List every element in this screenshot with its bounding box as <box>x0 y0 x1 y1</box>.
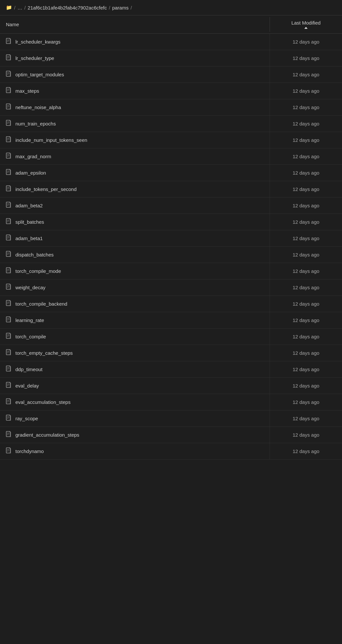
file-doc-icon <box>6 54 11 62</box>
breadcrumb-hash[interactable]: 21af6c1b1afe4b2fab4c7902ac6cfefc <box>28 5 107 10</box>
file-name-cell: neftune_noise_alpha <box>0 99 270 115</box>
file-name-label: gradient_accumulation_steps <box>15 432 79 438</box>
table-row[interactable]: include_tokens_per_second12 days ago <box>0 181 342 198</box>
file-modified-cell: 12 days ago <box>270 51 342 65</box>
file-name-cell: ray_scope <box>0 410 270 426</box>
table-row[interactable]: weight_decay12 days ago <box>0 279 342 296</box>
file-doc-icon <box>6 251 11 258</box>
file-doc-icon <box>6 235 11 242</box>
file-name-label: ddp_timeout <box>15 367 43 372</box>
table-row[interactable]: dispatch_batches12 days ago <box>0 247 342 263</box>
file-name-cell: torchdynamo <box>0 443 270 459</box>
breadcrumb-separator: / <box>14 5 15 10</box>
file-name-cell: learning_rate <box>0 312 270 328</box>
breadcrumb: 📁 / … / 21af6c1b1afe4b2fab4c7902ac6cfefc… <box>0 0 342 15</box>
table-row[interactable]: adam_epsilon12 days ago <box>0 165 342 181</box>
breadcrumb-separator: / <box>130 5 132 10</box>
file-name-cell: dispatch_batches <box>0 247 270 263</box>
file-doc-icon <box>6 333 11 340</box>
table-row[interactable]: max_grad_norm12 days ago <box>0 148 342 165</box>
file-doc-icon <box>6 38 11 46</box>
table-row[interactable]: num_train_epochs12 days ago <box>0 116 342 132</box>
column-header-name[interactable]: Name <box>0 17 270 32</box>
file-doc-icon <box>6 316 11 324</box>
table-row[interactable]: lr_scheduler_kwargs12 days ago <box>0 34 342 50</box>
file-name-cell: lr_scheduler_type <box>0 50 270 66</box>
file-name-label: eval_delay <box>15 383 39 388</box>
folder-icon: 📁 <box>6 5 12 10</box>
file-doc-icon <box>6 349 11 357</box>
file-name-cell: torch_compile_backend <box>0 296 270 312</box>
file-doc-icon <box>6 71 11 78</box>
file-modified-cell: 12 days ago <box>270 84 342 98</box>
file-doc-icon <box>6 300 11 308</box>
file-doc-icon <box>6 218 11 226</box>
table-row[interactable]: torch_empty_cache_steps12 days ago <box>0 345 342 361</box>
file-name-label: lr_scheduler_kwargs <box>15 39 61 45</box>
table-row[interactable]: torchdynamo12 days ago <box>0 443 342 460</box>
file-name-cell: eval_delay <box>0 378 270 394</box>
file-modified-cell: 12 days ago <box>270 166 342 180</box>
table-row[interactable]: ray_scope12 days ago <box>0 410 342 427</box>
file-name-label: learning_rate <box>15 317 44 323</box>
file-doc-icon <box>6 153 11 160</box>
file-name-cell: torch_compile_mode <box>0 263 270 279</box>
table-row[interactable]: adam_beta112 days ago <box>0 230 342 247</box>
file-name-label: include_tokens_per_second <box>15 186 77 192</box>
table-row[interactable]: gradient_accumulation_steps12 days ago <box>0 427 342 443</box>
table-header: Name Last Modified <box>0 15 342 34</box>
file-modified-cell: 12 days ago <box>270 215 342 229</box>
table-row[interactable]: torch_compile12 days ago <box>0 329 342 345</box>
table-row[interactable]: torch_compile_mode12 days ago <box>0 263 342 279</box>
file-name-cell: gradient_accumulation_steps <box>0 427 270 443</box>
table-row[interactable]: optim_target_modules12 days ago <box>0 66 342 83</box>
table-row[interactable]: lr_scheduler_type12 days ago <box>0 50 342 66</box>
file-modified-cell: 12 days ago <box>270 100 342 114</box>
file-modified-cell: 12 days ago <box>270 35 342 49</box>
table-row[interactable]: ddp_timeout12 days ago <box>0 361 342 378</box>
file-modified-cell: 12 days ago <box>270 395 342 409</box>
file-modified-cell: 12 days ago <box>270 379 342 393</box>
file-doc-icon <box>6 382 11 389</box>
file-name-label: adam_beta2 <box>15 203 43 208</box>
table-row[interactable]: eval_accumulation_steps12 days ago <box>0 394 342 410</box>
breadcrumb-params[interactable]: params <box>112 5 128 10</box>
table-row[interactable]: include_num_input_tokens_seen12 days ago <box>0 132 342 148</box>
file-modified-cell: 12 days ago <box>270 199 342 213</box>
file-doc-icon <box>6 104 11 111</box>
file-modified-cell: 12 days ago <box>270 67 342 82</box>
file-name-cell: torch_compile <box>0 329 270 345</box>
table-row[interactable]: adam_beta212 days ago <box>0 198 342 214</box>
file-name-cell: max_steps <box>0 83 270 99</box>
file-doc-icon <box>6 431 11 439</box>
file-name-label: adam_beta1 <box>15 236 43 241</box>
file-modified-cell: 12 days ago <box>270 330 342 344</box>
file-doc-icon <box>6 398 11 406</box>
table-row[interactable]: torch_compile_backend12 days ago <box>0 296 342 312</box>
breadcrumb-ellipsis[interactable]: … <box>17 5 22 10</box>
file-name-cell: include_tokens_per_second <box>0 181 270 197</box>
file-doc-icon <box>6 267 11 275</box>
file-modified-cell: 12 days ago <box>270 264 342 278</box>
file-name-cell: lr_scheduler_kwargs <box>0 34 270 50</box>
file-name-cell: num_train_epochs <box>0 116 270 132</box>
file-name-cell: split_batches <box>0 214 270 230</box>
file-name-label: optim_target_modules <box>15 72 64 77</box>
file-modified-cell: 12 days ago <box>270 428 342 442</box>
file-name-label: lr_scheduler_type <box>15 55 54 61</box>
file-doc-icon <box>6 185 11 193</box>
file-name-label: adam_epsilon <box>15 170 46 176</box>
table-row[interactable]: neftune_noise_alpha12 days ago <box>0 99 342 116</box>
file-name-label: num_train_epochs <box>15 121 56 126</box>
file-doc-icon <box>6 87 11 95</box>
file-doc-icon <box>6 366 11 373</box>
file-modified-cell: 12 days ago <box>270 149 342 163</box>
file-modified-cell: 12 days ago <box>270 346 342 360</box>
file-modified-cell: 12 days ago <box>270 444 342 458</box>
sort-asc-icon <box>304 27 308 29</box>
table-row[interactable]: split_batches12 days ago <box>0 214 342 230</box>
table-row[interactable]: learning_rate12 days ago <box>0 312 342 329</box>
table-row[interactable]: eval_delay12 days ago <box>0 378 342 394</box>
column-header-modified[interactable]: Last Modified <box>270 15 342 33</box>
table-row[interactable]: max_steps12 days ago <box>0 83 342 99</box>
